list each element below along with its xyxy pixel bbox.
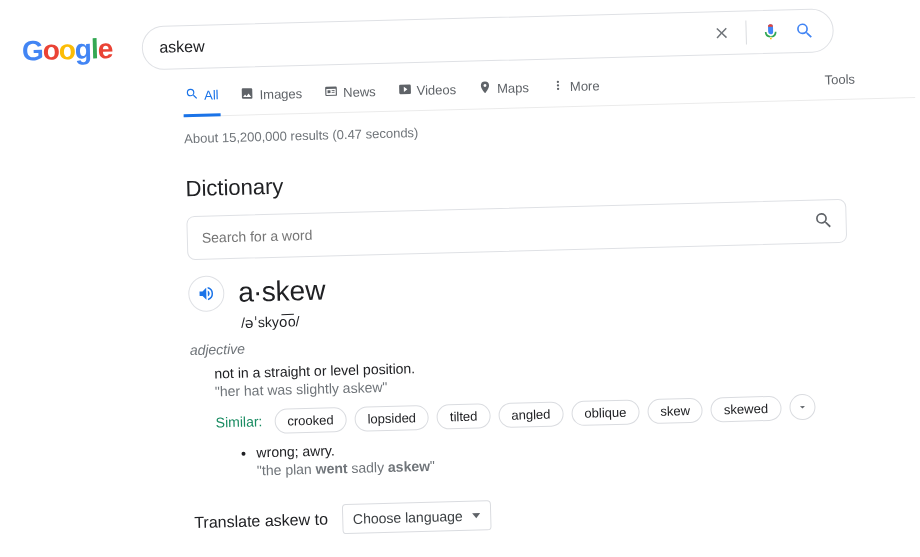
search-icon[interactable] (791, 17, 820, 46)
results-area: About 15,200,000 results (0.47 seconds) … (184, 100, 855, 538)
search-input[interactable] (157, 23, 708, 57)
tools-button[interactable]: Tools (824, 72, 855, 98)
search-box[interactable] (142, 8, 835, 70)
expand-button[interactable] (789, 394, 816, 421)
tab-news[interactable]: News (322, 82, 378, 112)
similar-chip[interactable]: tilted (437, 403, 491, 429)
list-item: wrong; awry. "the plan went sadly askew" (256, 429, 853, 479)
search-icon[interactable] (813, 210, 834, 234)
tab-label: All (204, 87, 219, 102)
similar-chip[interactable]: oblique (571, 399, 640, 426)
clear-icon[interactable] (708, 19, 737, 48)
tab-label: More (570, 78, 600, 94)
tab-label: News (343, 84, 376, 100)
translate-label: Translate askew to (194, 511, 328, 532)
dictionary-heading: Dictionary (185, 159, 845, 202)
tab-more[interactable]: More (549, 76, 602, 106)
video-icon (397, 82, 411, 99)
google-logo[interactable]: G o o g l e (21, 33, 112, 67)
dictionary-search-input[interactable] (200, 213, 814, 247)
search-header: G o o g l e (0, 0, 914, 74)
tab-label: Images (259, 86, 302, 102)
translate-row: Translate askew to Choose language (194, 491, 855, 538)
search-icon (185, 87, 199, 104)
similar-chip[interactable]: skew (647, 397, 703, 423)
sub-definition-list: wrong; awry. "the plan went sadly askew" (256, 429, 853, 479)
result-stats: About 15,200,000 results (0.47 seconds) (184, 114, 844, 146)
separator (746, 20, 748, 44)
headword: a·skew (238, 275, 326, 309)
dictionary-search-box[interactable] (186, 199, 847, 260)
voice-icon[interactable] (757, 17, 786, 46)
similar-chip[interactable]: crooked (274, 407, 347, 434)
pin-icon (478, 80, 492, 97)
pronounce-button[interactable] (188, 275, 225, 312)
tab-videos[interactable]: Videos (395, 80, 458, 111)
similar-chip[interactable]: lopsided (354, 404, 429, 431)
similar-row: Similar: crooked lopsided tilted angled … (215, 393, 851, 436)
more-icon (551, 78, 565, 95)
similar-label: Similar: (215, 413, 262, 430)
similar-chip[interactable]: skewed (711, 395, 782, 422)
news-icon (324, 84, 338, 101)
language-select[interactable]: Choose language (342, 500, 492, 534)
tab-label: Maps (497, 80, 529, 96)
tab-maps[interactable]: Maps (476, 78, 532, 108)
tab-all[interactable]: All (183, 86, 221, 117)
similar-chip[interactable]: angled (498, 401, 564, 428)
tab-images[interactable]: Images (238, 84, 304, 115)
tab-label: Videos (416, 82, 456, 98)
image-icon (240, 86, 254, 103)
